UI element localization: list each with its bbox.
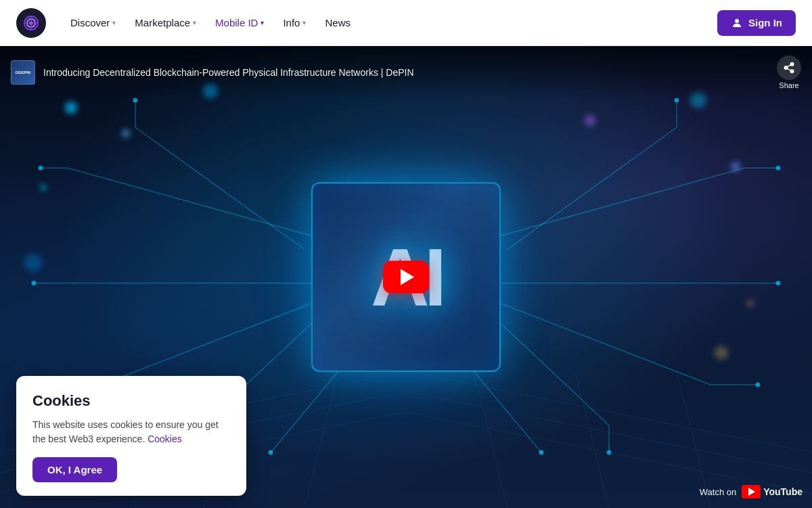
cookie-title: Cookies [32,392,230,410]
nav-item-marketplace[interactable]: Marketplace ▾ [127,12,204,34]
nav-item-discover[interactable]: Discover ▾ [62,12,124,34]
cookie-banner: Cookies This website uses cookies to ens… [16,376,246,496]
news-label: News [325,17,351,28]
share-icon [777,56,801,80]
video-container: AI DEEPIN Introducing Decentralized Bloc… [0,46,812,508]
svg-point-5 [735,19,739,23]
channel-avatar: DEEPIN [11,60,35,85]
svg-line-53 [787,68,790,70]
logo[interactable] [16,8,46,38]
sign-in-button[interactable]: Sign In [717,10,796,36]
info-label: Info [283,17,300,28]
share-svg [783,62,795,74]
youtube-play-icon [748,488,755,496]
nav-left: Discover ▾ Marketplace ▾ Mobile ID ▾ Inf… [16,8,359,38]
discover-label: Discover [70,17,110,28]
cookie-ok-button[interactable]: OK, I Agree [32,457,117,482]
discover-chevron: ▾ [112,19,116,26]
cookie-body: This website uses cookies to ensure you … [32,418,230,446]
video-top-bar: DEEPIN Introducing Decentralized Blockch… [0,46,812,99]
svg-line-54 [787,65,790,67]
play-button[interactable] [383,261,429,293]
nav-item-mobileid[interactable]: Mobile ID ▾ [207,12,272,34]
share-button[interactable]: Share [777,56,801,89]
user-icon [731,17,743,29]
play-triangle-icon [401,269,414,285]
marketplace-chevron: ▾ [193,19,196,26]
share-label: Share [779,81,798,89]
sign-in-label: Sign In [748,17,782,28]
youtube-logo: YouTube [742,485,803,499]
mobileid-label: Mobile ID [215,17,258,28]
watch-on-text: Watch on [700,487,736,497]
youtube-name: YouTube [763,486,803,497]
info-chevron: ▾ [302,19,306,26]
marketplace-label: Marketplace [135,17,190,28]
cookie-link[interactable]: Cookies [148,433,182,444]
nav-links: Discover ▾ Marketplace ▾ Mobile ID ▾ Inf… [62,12,359,34]
cookie-body-text: This website uses cookies to ensure you … [32,419,219,444]
nav-item-info[interactable]: Info ▾ [275,12,314,34]
video-title: Introducing Decentralized Blockchain-Pow… [43,67,414,78]
navbar: Discover ▾ Marketplace ▾ Mobile ID ▾ Inf… [0,0,812,46]
youtube-icon [742,485,761,499]
channel-avatar-text: DEEPIN [16,70,30,75]
mobileid-chevron: ▾ [261,19,264,26]
youtube-watermark: Watch on YouTube [700,485,803,499]
nav-item-news[interactable]: News [317,12,359,34]
